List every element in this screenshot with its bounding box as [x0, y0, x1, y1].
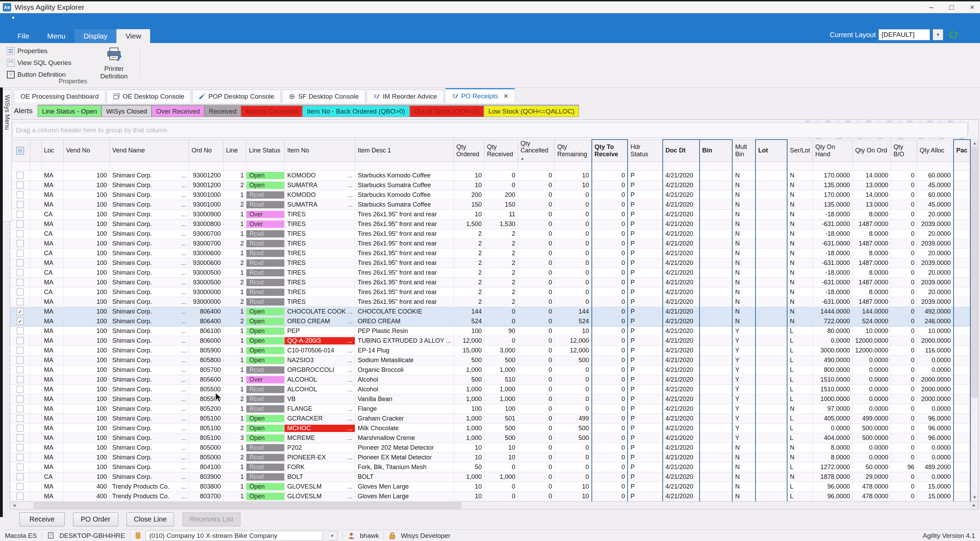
cell-q_trv[interactable]: 0	[592, 346, 628, 355]
cell-q_rem[interactable]: 500	[555, 355, 592, 365]
cell-status[interactable]: Rcvd	[247, 200, 285, 209]
col-header-desc[interactable]: Item Desc 1	[355, 140, 454, 162]
cell-qoh[interactable]: -631.0000	[813, 278, 853, 287]
col-header-pac[interactable]: Pac	[954, 140, 970, 162]
cell-qoh[interactable]: 1510.0000	[813, 384, 853, 394]
cell-qbo[interactable]: 0	[891, 375, 917, 384]
cell-line[interactable]: 1	[223, 414, 247, 423]
cell-ord_no[interactable]: 805600	[189, 375, 223, 384]
cell-ind[interactable]	[30, 452, 41, 462]
cell-qoh[interactable]: -18.0000	[813, 287, 853, 297]
cell-loc[interactable]: MA	[41, 180, 64, 190]
cell-qoo[interactable]: 14.0000	[853, 170, 891, 180]
cell-qbo[interactable]: 0	[891, 170, 917, 180]
cell-q_rcv[interactable]: 2	[484, 229, 518, 238]
cell-line[interactable]: 2	[223, 452, 247, 462]
cell-vend_name[interactable]: Shimani Corp....	[110, 306, 189, 316]
cell-ind[interactable]	[30, 209, 41, 219]
cell-item_no[interactable]: TIRES	[285, 238, 355, 248]
cell-qal[interactable]: 2000.0000	[917, 384, 954, 394]
cell-doc[interactable]: 4/21/2020	[663, 297, 700, 306]
cell-desc[interactable]: Organic Broccoli	[355, 365, 454, 375]
cell-doc[interactable]: 4/21/2020	[663, 472, 700, 482]
cell-slot[interactable]: L	[787, 433, 813, 443]
cell-q_rcv[interactable]: 2	[484, 258, 518, 268]
cell-qal[interactable]: 96.0000	[917, 433, 954, 443]
alert-badge[interactable]: Line Status - Open	[38, 105, 102, 117]
cell-slot[interactable]: N	[787, 472, 813, 482]
cell-lot[interactable]	[756, 229, 787, 238]
cell-desc[interactable]: Sodium Metasilicate	[355, 355, 454, 365]
cell-ind[interactable]	[30, 404, 41, 414]
cell-status[interactable]: Open	[247, 346, 285, 355]
cell-q_rem[interactable]: 12,000	[555, 346, 592, 355]
cell-slot[interactable]: N	[787, 268, 813, 278]
cell-vend_name[interactable]: Shimani Corp....	[110, 346, 189, 355]
cell-desc[interactable]: TUBING EXTRUDED 3 ALLOY ...	[355, 336, 454, 346]
cell-vend_name[interactable]: Shimani Corp....	[110, 336, 189, 346]
cell-q_rcv[interactable]: 10	[484, 452, 518, 462]
col-header-loc[interactable]: Loc	[41, 140, 64, 162]
cell-hdr[interactable]: P	[628, 452, 662, 462]
cell-vend_no[interactable]: 100	[64, 443, 110, 452]
cell-q_rem[interactable]: 0	[555, 452, 592, 462]
cell-q_trv[interactable]: 0	[592, 229, 628, 238]
cell-qoo[interactable]: 0.0000	[853, 394, 891, 404]
cell-lot[interactable]	[756, 248, 787, 258]
row-checkbox[interactable]	[17, 172, 24, 179]
cell-lot[interactable]	[756, 414, 787, 423]
cell-desc[interactable]: Tires 26x1.95" front and rear	[355, 258, 454, 268]
cell-bin[interactable]	[700, 306, 733, 316]
cell-sel[interactable]	[10, 462, 30, 472]
cell-vend_no[interactable]: 100	[64, 316, 110, 326]
row-checkbox-checked[interactable]: ✓	[17, 308, 24, 315]
cell-sel[interactable]	[10, 491, 30, 501]
cell-pac[interactable]	[954, 209, 970, 219]
cell-vend_no[interactable]: 100	[64, 229, 110, 238]
cell-vend_no[interactable]: 100	[64, 287, 110, 297]
cell-q_rem[interactable]: 0	[555, 384, 592, 394]
cell-item_no[interactable]: CHOCOLATE COOK...	[285, 306, 355, 316]
tab-sf-desktop-console[interactable]: SF Desktop Console	[282, 90, 365, 103]
cell-mbin[interactable]: N	[732, 180, 755, 190]
cell-pac[interactable]	[954, 306, 970, 316]
cell-q_ord[interactable]: 1,000	[453, 394, 484, 404]
cell-bin[interactable]	[700, 433, 733, 443]
cell-bin[interactable]	[700, 414, 733, 423]
vendor-lookup-ellipsis[interactable]: ...	[181, 376, 186, 383]
cell-desc[interactable]: OREO CREAM	[355, 316, 454, 326]
cell-q_trv[interactable]: 0	[592, 258, 628, 268]
row-checkbox[interactable]	[17, 221, 24, 227]
tab-pop-desktop-console[interactable]: POP Desktop Console	[192, 90, 281, 103]
cell-qbo[interactable]: 0	[891, 394, 917, 404]
cell-qal[interactable]: 15.0000	[917, 491, 954, 501]
cell-vend_no[interactable]: 100	[64, 452, 110, 462]
cell-q_trv[interactable]: 0	[592, 404, 628, 414]
vertical-scrollbar[interactable]: ▲ ▼	[970, 139, 978, 501]
cell-pac[interactable]	[954, 268, 970, 278]
cell-vend_name[interactable]: Shimani Corp....	[110, 248, 189, 258]
cell-qbo[interactable]: 96	[891, 462, 917, 472]
col-header-q_rcv[interactable]: Qty Received	[484, 140, 518, 162]
cell-slot[interactable]: N	[787, 443, 813, 452]
cell-q_ord[interactable]: 144	[453, 306, 484, 316]
cell-qoo[interactable]: 13.0000	[853, 180, 891, 190]
cell-qal[interactable]: 2039.0000	[917, 278, 954, 287]
cell-ord_no[interactable]: 805000	[189, 452, 223, 462]
cell-q_can[interactable]: 0	[518, 268, 555, 278]
cell-sel[interactable]	[10, 394, 30, 404]
cell-qbo[interactable]: 0	[891, 482, 917, 491]
cell-q_can[interactable]: 0	[518, 414, 555, 423]
cell-vend_no[interactable]: 100	[64, 472, 110, 482]
cell-vend_no[interactable]: 100	[64, 306, 110, 316]
cell-vend_name[interactable]: Shimani Corp....	[110, 180, 189, 190]
cell-doc[interactable]: 4/21/2020	[663, 482, 700, 491]
cell-mbin[interactable]: Y	[732, 365, 755, 375]
vendor-lookup-ellipsis[interactable]: ...	[181, 395, 186, 403]
cell-mbin[interactable]: N	[732, 268, 755, 278]
grid-row[interactable]: MA100Shimani Corp....8056001OverALCOHOL.…	[10, 375, 970, 384]
cell-mbin[interactable]: N	[732, 297, 755, 306]
vendor-lookup-ellipsis[interactable]: ...	[181, 250, 186, 257]
cell-ind[interactable]	[30, 248, 41, 258]
cell-lot[interactable]	[756, 278, 787, 287]
